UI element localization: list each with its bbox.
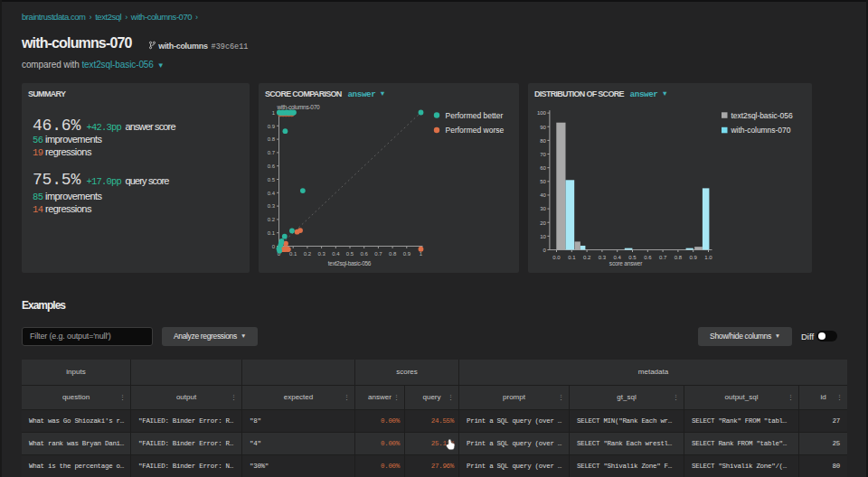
svg-text:0.1: 0.1 <box>268 230 276 236</box>
svg-text:0.3: 0.3 <box>599 255 607 260</box>
svg-text:40: 40 <box>540 192 546 198</box>
svg-text:0.2: 0.2 <box>304 251 312 257</box>
svg-text:0.6: 0.6 <box>361 251 369 257</box>
svg-text:0: 0 <box>272 244 276 249</box>
svg-text:with-columns-070: with-columns-070 <box>277 104 321 110</box>
svg-text:0.7: 0.7 <box>659 255 667 260</box>
svg-text:with-columns-070: with-columns-070 <box>731 126 791 135</box>
svg-text:Performed worse: Performed worse <box>446 126 505 135</box>
svg-text:0.0: 0.0 <box>552 255 561 260</box>
svg-text:0: 0 <box>543 248 547 253</box>
svg-text:100: 100 <box>537 110 547 116</box>
svg-text:0.5: 0.5 <box>346 251 354 257</box>
svg-text:Performed better: Performed better <box>446 111 504 120</box>
svg-text:0.5: 0.5 <box>268 177 276 182</box>
svg-text:90: 90 <box>540 125 546 130</box>
svg-text:1.0: 1.0 <box>704 255 712 260</box>
svg-text:0.1: 0.1 <box>568 255 576 260</box>
svg-text:0.6: 0.6 <box>644 255 652 260</box>
svg-text:text2sql-basic-056: text2sql-basic-056 <box>731 111 793 120</box>
svg-text:0.4: 0.4 <box>268 191 276 196</box>
svg-text:70: 70 <box>540 152 546 157</box>
svg-text:0.8: 0.8 <box>268 136 276 142</box>
svg-text:0.9: 0.9 <box>403 251 411 257</box>
svg-text:0.3: 0.3 <box>317 251 326 257</box>
svg-text:0.6: 0.6 <box>268 164 276 169</box>
svg-text:80: 80 <box>540 138 546 144</box>
svg-text:0.9: 0.9 <box>268 124 276 129</box>
svg-text:50: 50 <box>540 179 546 184</box>
svg-text:20: 20 <box>540 220 546 226</box>
svg-text:1: 1 <box>272 110 276 116</box>
svg-text:0.1: 0.1 <box>289 251 297 257</box>
svg-text:0.8: 0.8 <box>675 255 683 260</box>
svg-text:0.8: 0.8 <box>389 251 397 257</box>
svg-text:0.9: 0.9 <box>690 255 698 260</box>
svg-text:0.7: 0.7 <box>268 150 276 155</box>
svg-text:30: 30 <box>540 206 546 211</box>
svg-text:0.3: 0.3 <box>268 203 276 209</box>
svg-text:10: 10 <box>540 234 546 239</box>
svg-text:0.4: 0.4 <box>332 251 340 257</box>
svg-text:0.2: 0.2 <box>583 255 591 260</box>
svg-text:text2sql-basic-056: text2sql-basic-056 <box>328 260 372 267</box>
svg-text:score answer: score answer <box>609 260 643 267</box>
svg-text:60: 60 <box>540 165 546 171</box>
svg-text:0.2: 0.2 <box>268 217 276 222</box>
svg-text:0.7: 0.7 <box>374 251 382 257</box>
